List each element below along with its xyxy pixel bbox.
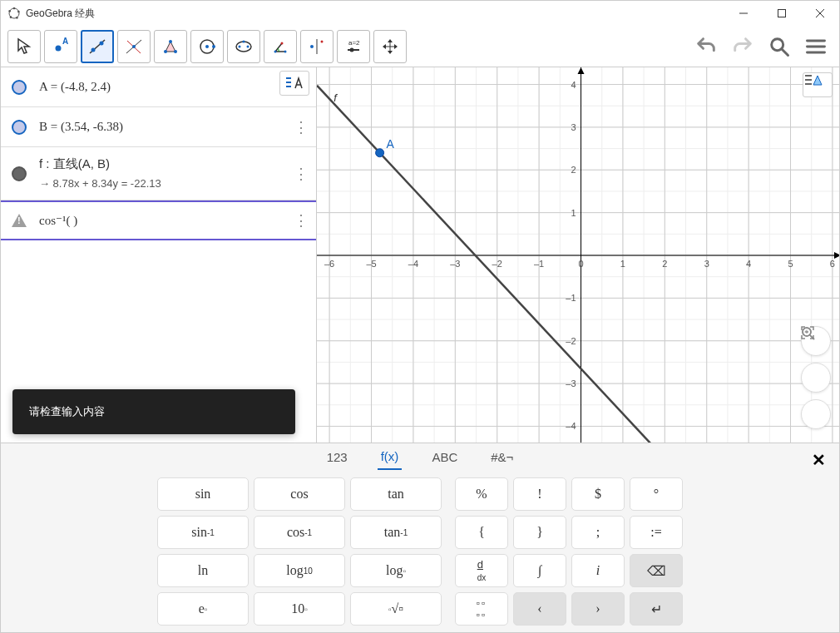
key-lbrace[interactable]: { — [455, 516, 508, 549]
key-semicolon[interactable]: ; — [571, 516, 625, 549]
key-pow10[interactable]: 10▫ — [254, 592, 345, 626]
key-dollar[interactable]: $ — [571, 477, 625, 511]
key-acos[interactable]: cos-1 — [254, 516, 345, 549]
row-menu-button[interactable]: ⋮ — [291, 118, 311, 136]
tool-conic[interactable] — [227, 30, 260, 63]
visibility-toggle-a[interactable] — [6, 74, 32, 101]
svg-point-17 — [132, 45, 136, 48]
key-enter[interactable]: ↵ — [630, 592, 683, 626]
svg-text:2: 2 — [571, 165, 576, 175]
kb-tab-123[interactable]: 123 — [324, 445, 351, 469]
svg-text:–2: –2 — [492, 259, 502, 269]
zoom-out-button[interactable] — [801, 363, 831, 393]
tool-polygon[interactable] — [154, 30, 187, 63]
tool-move-view[interactable] — [373, 30, 407, 63]
redo-button[interactable] — [726, 30, 759, 63]
key-degree[interactable]: ° — [630, 477, 683, 511]
graph-view[interactable]: –6–5–4–3–2–10123456–4–3–2–11234fA — [317, 67, 839, 443]
key-right[interactable]: › — [571, 592, 625, 626]
key-nroot[interactable]: ▫√▫ — [350, 592, 442, 626]
key-asin[interactable]: sin-1 — [157, 516, 249, 549]
key-matrix[interactable]: ▫▫▫▫ — [455, 592, 508, 626]
graph-canvas[interactable]: –6–5–4–3–2–10123456–4–3–2–11234fA — [317, 67, 839, 443]
window-title: GeoGebra 经典 — [26, 7, 95, 21]
svg-text:5: 5 — [788, 259, 793, 269]
graph-stylebar-button[interactable] — [803, 72, 833, 97]
algebra-row-input[interactable]: cos⁻¹( ) ⋮ — [1, 200, 316, 240]
fullscreen-button[interactable] — [801, 399, 831, 429]
row-menu-button[interactable]: ⋮ — [291, 211, 311, 230]
kb-tab-fx[interactable]: f(x) — [378, 444, 403, 470]
row-menu-button[interactable]: ⋮ — [291, 165, 311, 183]
tool-line[interactable] — [81, 30, 114, 63]
keyboard-right-group: % ! $ ° { } ; := ddx ∫ i ⌫ ▫▫▫▫ ‹ › ↵ — [455, 477, 683, 626]
key-rbrace[interactable]: } — [513, 516, 566, 549]
visibility-toggle-f[interactable] — [6, 161, 32, 187]
close-button[interactable] — [801, 1, 839, 26]
toast-message: 请检查输入内容 — [29, 405, 105, 418]
undo-button[interactable] — [689, 30, 723, 63]
key-integral[interactable]: ∫ — [513, 554, 566, 587]
key-assign[interactable]: := — [630, 516, 683, 549]
svg-text:3: 3 — [571, 122, 576, 132]
key-exp[interactable]: e▫ — [157, 592, 249, 626]
tool-slider[interactable]: a=2 — [337, 30, 370, 63]
keyboard-close-button[interactable]: ✕ — [812, 450, 826, 470]
algebra-input-field[interactable]: cos⁻¹( ) — [39, 212, 291, 230]
search-button[interactable] — [763, 30, 796, 63]
key-atan[interactable]: tan-1 — [350, 516, 442, 549]
svg-point-13 — [91, 47, 96, 52]
key-backspace[interactable]: ⌫ — [630, 554, 683, 587]
title-bar: GeoGebra 经典 — [1, 1, 839, 26]
svg-line-41 — [783, 49, 788, 55]
key-tan[interactable]: tan — [350, 477, 442, 511]
zoom-controls — [801, 326, 831, 429]
svg-text:6: 6 — [830, 259, 835, 269]
algebra-panel: A = (-4.8, 2.4) B = (3.54, -6.38) ⋮ f : … — [1, 67, 317, 443]
tool-reflect[interactable] — [300, 30, 334, 63]
svg-point-23 — [205, 45, 209, 48]
tool-circle[interactable] — [190, 30, 224, 63]
svg-text:2: 2 — [662, 259, 667, 269]
svg-rect-7 — [778, 10, 786, 17]
tool-angle[interactable] — [264, 30, 297, 63]
svg-point-20 — [174, 50, 177, 53]
key-derivative[interactable]: ddx — [455, 554, 508, 587]
svg-text:–4: –4 — [408, 259, 418, 269]
visibility-toggle-b[interactable] — [6, 114, 32, 141]
key-i[interactable]: i — [571, 554, 625, 587]
svg-point-30 — [284, 50, 287, 52]
kb-tab-abc[interactable]: ABC — [428, 445, 461, 469]
key-cos[interactable]: cos — [254, 477, 345, 511]
svg-point-2 — [17, 11, 20, 13]
svg-point-24 — [212, 45, 215, 48]
tool-point[interactable]: A — [44, 30, 77, 63]
algebra-row-a[interactable]: A = (-4.8, 2.4) — [1, 67, 316, 107]
key-percent[interactable]: % — [455, 477, 508, 511]
svg-point-27 — [247, 45, 250, 47]
minimize-button[interactable] — [724, 1, 763, 26]
key-logb[interactable]: log▫ — [350, 554, 442, 587]
svg-text:–1: –1 — [534, 259, 544, 269]
svg-text:1: 1 — [620, 259, 625, 269]
svg-text:a=2: a=2 — [348, 39, 360, 47]
menu-button[interactable] — [799, 30, 833, 63]
svg-text:–6: –6 — [324, 259, 334, 269]
svg-marker-112 — [578, 67, 585, 74]
key-ln[interactable]: ln — [157, 554, 249, 587]
toolbar: A a=2 — [1, 26, 839, 67]
key-factorial[interactable]: ! — [513, 477, 566, 511]
kb-tab-sym[interactable]: #&¬ — [487, 445, 516, 469]
tool-move[interactable] — [7, 30, 41, 63]
tool-perpendicular[interactable] — [117, 30, 151, 63]
svg-text:–4: –4 — [566, 421, 576, 431]
svg-text:4: 4 — [746, 259, 751, 269]
algebra-row-b[interactable]: B = (3.54, -6.38) ⋮ — [1, 107, 316, 147]
key-sin[interactable]: sin — [157, 477, 249, 511]
key-left[interactable]: ‹ — [513, 592, 566, 626]
maximize-button[interactable] — [763, 1, 801, 26]
svg-point-1 — [13, 7, 16, 10]
keyboard-left-group: sin cos tan sin-1 cos-1 tan-1 ln log10 l… — [157, 477, 442, 626]
key-log10[interactable]: log10 — [254, 554, 345, 587]
algebra-row-f[interactable]: f : 直线(A, B) → 8.78x + 8.34y = -22.13 ⋮ — [1, 147, 316, 200]
